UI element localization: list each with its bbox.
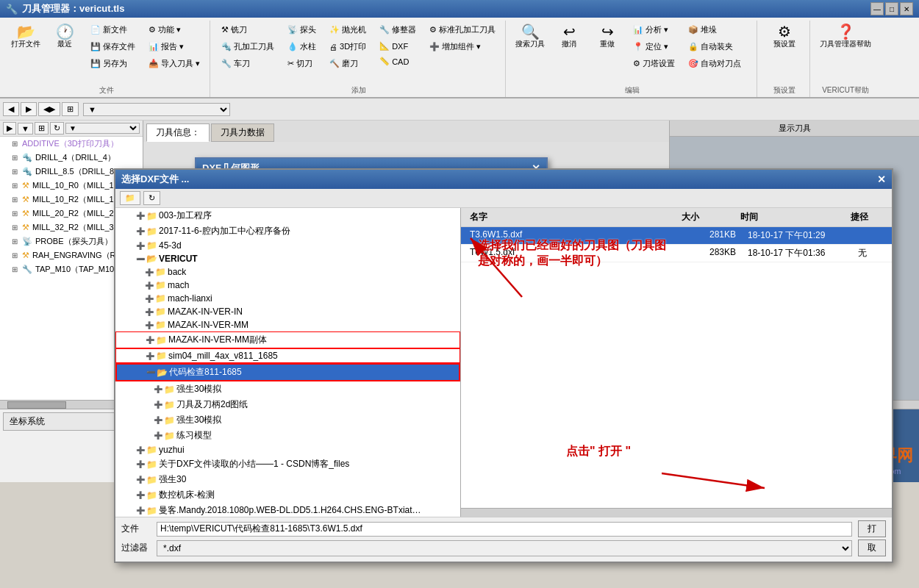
ftree-item[interactable]: ➕📁back	[115, 265, 460, 279]
ftree-item[interactable]: ➕📁刀具及刀柄2d图纸	[115, 397, 460, 412]
auto-clamp-button[interactable]: 🔒 自动装夹	[683, 39, 746, 54]
ftree-item[interactable]: ➕📁yuzhui	[115, 443, 460, 456]
stack-button[interactable]: 📦 堆垛	[683, 22, 746, 37]
analyze-button[interactable]: 📊 分析 ▾	[628, 22, 680, 37]
grind-button[interactable]: 🔨 磨刀	[324, 56, 371, 71]
ftree-item[interactable]: ➕📁mach-lianxi	[115, 292, 460, 305]
function-button[interactable]: ⚙ 功能 ▾	[143, 22, 205, 37]
ftree-item[interactable]: ➕📁曼客.Mandy.2018.1080p.WEB-DL.DD5.1.H264.…	[115, 503, 460, 517]
toolbar-fwd-btn[interactable]: ▶	[21, 102, 37, 116]
file-tree-panel: ➕📁003-加工程序 ➕📁2017-11-6-腔内加工中心程序备份 ➕📁45-3…	[115, 208, 461, 517]
app-icon: 🔧	[6, 4, 18, 15]
search-tool-button[interactable]: 🔍 搜索刀具	[512, 22, 548, 51]
toolbar-grid-btn[interactable]: ⊞	[62, 102, 79, 116]
save-file-button[interactable]: 💾 保存文件	[85, 39, 140, 54]
mill-button[interactable]: ⚒ 铣刀	[216, 22, 279, 37]
fc-folder-icon-btn[interactable]: 📁	[120, 191, 140, 205]
add-component-button[interactable]: ➕ 增加组件 ▾	[424, 39, 501, 54]
ftree-item[interactable]: ➕📁MAZAK-IN-VER-MM	[115, 318, 460, 331]
function-icon: ⚙	[149, 25, 156, 35]
tree-refresh-btn[interactable]: ↻	[50, 122, 64, 135]
probe-button[interactable]: 📡 探头	[282, 22, 321, 37]
tree-filter-dropdown[interactable]: ▼	[65, 123, 140, 134]
dresser-button[interactable]: 🔧 修整器	[374, 22, 421, 37]
cad-button[interactable]: 📏 CAD	[374, 54, 421, 68]
ftree-item[interactable]: ➕📁mach	[115, 279, 460, 292]
mill20r2-icon: ⚒	[22, 209, 29, 218]
tree-item[interactable]: ⊞🔩DRILL_4（DRILL_4）	[0, 151, 143, 165]
mill-label: 铣刀	[231, 24, 247, 35]
col-size[interactable]: 大小	[676, 209, 734, 225]
turret-settings-button[interactable]: ⚙ 刀塔设置	[628, 56, 680, 71]
redo-button[interactable]: ↪ 重做	[590, 22, 625, 51]
title-bar: 🔧 刀具管理器：vericut.tls — □ ✕	[0, 0, 919, 18]
tab-tool-force[interactable]: 刀具力数据	[211, 123, 274, 142]
report-icon: 📊	[149, 42, 159, 51]
toolbar-back-btn[interactable]: ◀	[3, 102, 19, 116]
ftree-item[interactable]: ➕📁45-3d	[115, 239, 460, 252]
ftree-item[interactable]: ➕📁sim04_mill_4ax_v811_1685	[115, 348, 460, 363]
filter-dropdown[interactable]: *.dxf	[157, 540, 852, 556]
drill-button[interactable]: 🔩 孔加工刀具	[216, 39, 279, 54]
file-chooser-close[interactable]: ✕	[877, 173, 886, 185]
tab-tool-info[interactable]: 刀具信息：	[146, 123, 210, 142]
cutter-button[interactable]: ✂ 切刀	[282, 56, 321, 71]
stack-label: 堆垛	[701, 24, 717, 35]
ftree-item[interactable]: ➕📁MAZAK-IN-VER-IN	[115, 305, 460, 318]
undo-button[interactable]: ↩ 撤消	[551, 22, 587, 51]
fc-refresh-btn[interactable]: ↻	[143, 191, 160, 205]
position-icon: 📍	[633, 42, 643, 51]
tree-view-btn[interactable]: ⊞	[35, 122, 49, 135]
open-file-button[interactable]: 📂 打开文件	[7, 22, 44, 51]
close-button[interactable]: ✕	[900, 2, 913, 15]
col-date[interactable]: 时间	[734, 209, 845, 225]
maximize-button[interactable]: □	[885, 2, 898, 15]
ftree-item[interactable]: ➕📁强生30模拟	[115, 381, 460, 397]
waterjet-button[interactable]: 💧 水柱	[282, 39, 321, 54]
save-as-button[interactable]: 💾 另存为	[85, 56, 140, 71]
open-button[interactable]: 打	[858, 520, 886, 537]
ftree-item[interactable]: ➕📁MAZAK-IN-VER-MM副体	[115, 331, 460, 348]
ftree-item[interactable]: ➕📁003-加工程序	[115, 208, 460, 223]
polish-button[interactable]: ✨ 抛光机	[324, 22, 371, 37]
file-path-input[interactable]	[157, 522, 852, 537]
function-label: 功能 ▾	[158, 24, 181, 35]
auto-offset-button[interactable]: 🎯 自动对刀点	[683, 56, 746, 71]
ftree-item[interactable]: ➕📁练习模型	[115, 428, 460, 443]
help-button[interactable]: ❓ 刀具管理器帮助	[816, 22, 875, 51]
lathe-button[interactable]: 🔧 车刀	[216, 56, 279, 71]
position-button[interactable]: 📍 定位 ▾	[628, 39, 680, 54]
ftree-item-selected[interactable]: ➖📂代码检查811-1685	[115, 363, 460, 381]
tree-expand-btn[interactable]: ▼	[18, 123, 33, 135]
file-chooser-title: 选择DXF文件 ... ✕	[115, 170, 892, 189]
new-file-button[interactable]: 📄 新文件	[85, 22, 140, 37]
add-component-icon: ➕	[429, 42, 440, 51]
recent-button[interactable]: 🕐 最近	[47, 22, 82, 51]
dxf-button[interactable]: 📐 DXF	[374, 39, 421, 53]
analyze-label: 分析 ▾	[646, 24, 668, 35]
ftree-item[interactable]: ➕📁强生30模拟	[115, 412, 460, 428]
ftree-item[interactable]: ➕📁数控机床-检测	[115, 487, 460, 503]
3dprint-button[interactable]: 🖨 3D打印	[324, 39, 371, 54]
file-item-selected[interactable]: T3.6W1.5.dxf 281KB 18-10-17 下午01:29	[461, 227, 892, 245]
import-tool-button[interactable]: 📥 导入刀具 ▾	[143, 56, 205, 71]
ftree-item[interactable]: ➕📁关于DXF文件读取的小结——1 - CSDN博客_files	[115, 456, 460, 472]
ftree-item[interactable]: ➕📁2017-11-6-腔内加工中心程序备份	[115, 223, 460, 239]
ftree-item[interactable]: ➖📂VERICUT	[115, 252, 460, 265]
file-item[interactable]: T6W1.5.dxf 283KB 18-10-17 下午01:36 无	[461, 245, 892, 262]
minimize-button[interactable]: —	[870, 2, 884, 15]
tree-item[interactable]: ⊞ADDITIVE（3D打印刀具）	[0, 137, 143, 151]
ftree-item[interactable]: ➕📁强生30	[115, 472, 460, 487]
scrollbar-thumb[interactable]	[7, 401, 66, 409]
preset-button[interactable]: ⚙ 预设置	[767, 22, 802, 51]
toolbar-split-btn[interactable]: ◀▶	[38, 102, 60, 116]
standard-hole-button[interactable]: ⚙ 标准孔加工刀具	[424, 22, 501, 37]
report-button[interactable]: 📊 报告 ▾	[143, 39, 205, 54]
col-extra[interactable]: 捷径	[845, 209, 889, 225]
toolbar-dropdown[interactable]: ▼	[83, 103, 230, 116]
cancel-button[interactable]: 取	[858, 539, 886, 556]
col-name[interactable]: 名字	[464, 209, 676, 225]
toolbar-area: ◀ ▶ ◀▶ ⊞ ▼	[0, 98, 919, 121]
tree-collapse-btn[interactable]: ▶	[3, 122, 16, 135]
file-list-scrollbar[interactable]	[461, 508, 892, 517]
